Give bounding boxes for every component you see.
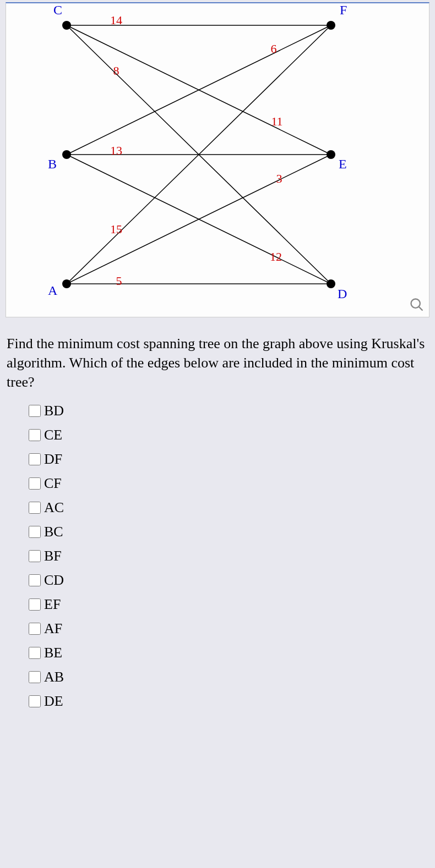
option-row-AB: AB xyxy=(26,669,428,685)
magnify-icon[interactable] xyxy=(409,297,425,312)
option-label-AF: AF xyxy=(44,620,62,637)
node-label-B: B xyxy=(48,157,57,171)
option-checkbox-DE[interactable] xyxy=(29,695,41,707)
options-list: BDCEDFCFACBCBFCDEFAFBEABDE xyxy=(26,403,428,710)
option-checkbox-CF[interactable] xyxy=(29,477,41,490)
node-E xyxy=(327,150,335,159)
option-checkbox-BE[interactable] xyxy=(29,647,41,659)
option-checkbox-AB[interactable] xyxy=(29,671,41,683)
question-text: Find the minimum cost spanning tree on t… xyxy=(7,334,428,392)
node-A xyxy=(62,279,71,288)
option-row-CE: CE xyxy=(26,427,428,443)
edge-weight-BE: 13 xyxy=(110,144,122,157)
option-label-BD: BD xyxy=(44,403,64,419)
edge-weight-CF: 14 xyxy=(110,13,122,27)
option-row-CD: CD xyxy=(26,572,428,589)
option-label-EF: EF xyxy=(44,596,61,613)
option-label-AC: AC xyxy=(44,499,64,516)
option-checkbox-BC[interactable] xyxy=(29,526,41,538)
option-row-DF: DF xyxy=(26,451,428,468)
edge-weight-CD: 11 xyxy=(271,114,282,128)
node-F xyxy=(327,21,335,30)
edge-weight-BD: 12 xyxy=(270,250,282,263)
option-row-DE: DE xyxy=(26,693,428,710)
option-checkbox-CE[interactable] xyxy=(29,429,41,441)
option-checkbox-DF[interactable] xyxy=(29,453,41,465)
option-label-AB: AB xyxy=(44,669,64,685)
option-row-EF: EF xyxy=(26,596,428,613)
option-row-CF: CF xyxy=(26,475,428,492)
node-C xyxy=(62,21,71,30)
node-label-D: D xyxy=(338,287,347,301)
edge-weight-AD: 5 xyxy=(116,274,122,288)
edge-weight-BF: 6 xyxy=(271,42,277,56)
node-B xyxy=(62,150,71,159)
svg-line-1 xyxy=(419,307,423,311)
option-label-DF: DF xyxy=(44,451,62,468)
option-label-BC: BC xyxy=(44,524,63,540)
option-checkbox-BD[interactable] xyxy=(29,405,41,417)
node-label-A: A xyxy=(48,283,58,298)
option-checkbox-EF[interactable] xyxy=(29,598,41,611)
option-checkbox-AC[interactable] xyxy=(29,502,41,514)
option-label-BE: BE xyxy=(44,645,62,661)
node-label-F: F xyxy=(340,3,347,17)
option-label-BF: BF xyxy=(44,548,62,564)
option-label-CE: CE xyxy=(44,427,62,443)
option-checkbox-CD[interactable] xyxy=(29,574,41,586)
svg-point-0 xyxy=(411,299,420,308)
option-checkbox-AF[interactable] xyxy=(29,623,41,635)
option-row-BC: BC xyxy=(26,524,428,540)
node-label-E: E xyxy=(339,157,347,171)
node-label-C: C xyxy=(53,3,62,17)
edge-weight-AF: 15 xyxy=(110,222,122,236)
graph-svg: 14861113315125ABCDEF xyxy=(6,3,392,317)
option-row-AC: AC xyxy=(26,499,428,516)
node-D xyxy=(327,279,335,288)
option-label-CD: CD xyxy=(44,572,64,589)
option-row-BE: BE xyxy=(26,645,428,661)
option-row-AF: AF xyxy=(26,620,428,637)
graph-figure: 14861113315125ABCDEF xyxy=(6,2,429,317)
option-row-BF: BF xyxy=(26,548,428,564)
option-row-BD: BD xyxy=(26,403,428,419)
option-label-DE: DE xyxy=(44,693,63,710)
edge-weight-AE: 3 xyxy=(276,172,282,185)
option-checkbox-BF[interactable] xyxy=(29,550,41,562)
option-label-CF: CF xyxy=(44,475,62,492)
